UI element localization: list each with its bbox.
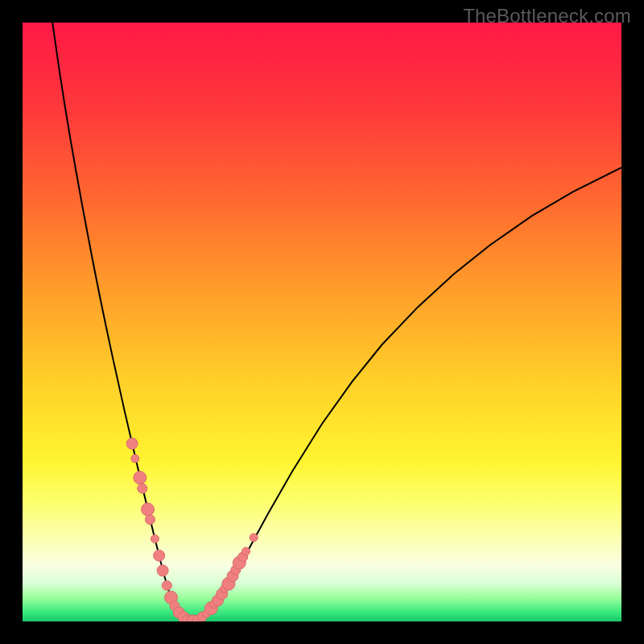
watermark-text: TheBottleneck.com — [463, 5, 631, 27]
chart-frame — [23, 23, 621, 621]
sample-marker — [142, 503, 155, 516]
sample-marker — [157, 565, 168, 576]
sample-marker — [250, 534, 258, 542]
sample-marker — [242, 547, 250, 555]
sample-marker — [126, 438, 138, 449]
sample-marker — [162, 580, 171, 590]
sample-marker — [145, 515, 155, 525]
sample-marker — [134, 471, 147, 484]
chart-svg — [23, 23, 621, 621]
sample-marker — [131, 455, 139, 463]
sample-marker — [151, 535, 159, 543]
sample-marker — [138, 484, 147, 493]
sample-marker — [154, 550, 165, 561]
chart-background — [23, 23, 621, 621]
